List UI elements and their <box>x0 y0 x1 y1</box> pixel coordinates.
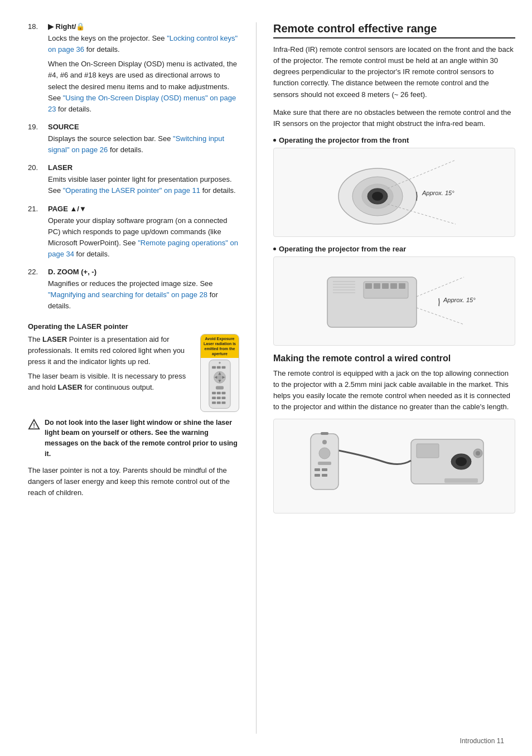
svg-rect-14 <box>221 392 225 394</box>
svg-rect-40 <box>382 283 389 289</box>
bullet-front-text: Operating the projector from the front <box>279 136 409 144</box>
svg-text:!: ! <box>33 421 35 428</box>
front-projector-svg: Approx. 15° <box>305 152 483 232</box>
svg-rect-57 <box>322 474 327 477</box>
svg-text:Approx. 15°: Approx. 15° <box>422 190 454 196</box>
wired-svg <box>283 423 506 509</box>
svg-point-52 <box>319 448 330 459</box>
svg-point-49 <box>456 457 467 466</box>
warning-text: Do not look into the laser light window … <box>45 418 239 459</box>
svg-rect-18 <box>212 401 216 404</box>
laser-text: The LASER Pointer is a presentation aid … <box>28 334 195 397</box>
item-22-header: 22. D. ZOOM (+, -) <box>28 268 239 276</box>
item-22-p1: Magnifies or reduces the projected image… <box>48 278 239 312</box>
warning-banner-line2: Laser radiation is <box>202 341 237 346</box>
warning-box: ! Do not look into the laser light windo… <box>28 418 239 459</box>
svg-rect-55 <box>322 468 327 471</box>
svg-rect-56 <box>315 474 320 477</box>
svg-rect-42 <box>399 283 405 289</box>
svg-rect-3 <box>217 366 221 369</box>
laser-p1: The LASER Pointer is a presentation aid … <box>28 334 195 367</box>
warning-banner: Avoid Exposure Laser radiation is emitte… <box>201 335 239 358</box>
svg-rect-17 <box>221 396 225 399</box>
rear-projector-svg: Approx. 15° <box>305 260 483 341</box>
item-22-body: Magnifies or reduces the projected image… <box>28 278 239 312</box>
projector-rear-diagram: Approx. 15° <box>273 256 515 346</box>
warning-title: Do not look into the laser light window … <box>45 419 238 458</box>
link-locking[interactable]: "Locking control keys" on page 36 <box>48 34 238 54</box>
warning-banner-line1: Avoid Exposure <box>202 336 237 341</box>
item-19-p1: Displays the source selection bar. See "… <box>48 133 239 156</box>
svg-line-44 <box>417 308 464 324</box>
item-18-body: Locks the keys on the projector. See "Lo… <box>28 33 239 115</box>
bullet-front-label: Operating the projector from the front <box>273 136 515 144</box>
item-18-title: ▶ Right/🔒 <box>48 22 85 31</box>
laser-section: Operating the LASER pointer The LASER Po… <box>28 322 239 498</box>
svg-point-1 <box>219 362 220 364</box>
page-content: 18. ▶ Right/🔒 Locks the keys on the proj… <box>0 0 532 756</box>
svg-line-43 <box>417 277 464 297</box>
right-section-title: Remote control effective range <box>273 22 515 38</box>
item-21-title: PAGE ▲/▼ <box>48 205 86 213</box>
svg-rect-38 <box>365 283 372 289</box>
making-section: Making the remote control a wired contro… <box>273 353 515 513</box>
svg-rect-19 <box>217 401 221 404</box>
bullet-rear-label: Operating the projector from the rear <box>273 245 515 253</box>
svg-rect-53 <box>318 462 331 465</box>
svg-rect-11 <box>216 386 224 389</box>
laser-note: The laser pointer is not a toy. Parents … <box>28 465 239 498</box>
item-22-num: 22. <box>28 268 48 276</box>
item-19-header: 19. SOURCE <box>28 123 239 131</box>
bullet-rear-section: Operating the projector from the rear <box>273 245 515 346</box>
item-20-body: Emits visible laser pointer light for pr… <box>28 174 239 196</box>
bullet-dot-front <box>273 139 276 142</box>
page-footer: Introduction 11 <box>460 737 504 745</box>
item-19-num: 19. <box>28 123 48 131</box>
remote-image: Avoid Exposure Laser radiation is emitte… <box>200 334 239 412</box>
item-19-body: Displays the source selection bar. See "… <box>28 133 239 156</box>
item-18-p2: When the On-Screen Display (OSD) menu is… <box>48 59 239 115</box>
svg-rect-2 <box>212 366 216 369</box>
making-title: Making the remote control a wired contro… <box>273 353 515 364</box>
wired-control-diagram <box>273 419 515 513</box>
item-20-header: 20. LASER <box>28 163 239 172</box>
svg-rect-54 <box>315 468 320 471</box>
left-column: 18. ▶ Right/🔒 Locks the keys on the proj… <box>0 22 257 734</box>
svg-point-60 <box>476 451 480 455</box>
warning-banner-line3: emitted from the aperture <box>202 346 237 356</box>
laser-p2: The laser beam is visible. It is necessa… <box>28 371 195 393</box>
laser-section-title: Operating the LASER pointer <box>28 322 239 331</box>
svg-rect-12 <box>212 392 216 394</box>
svg-rect-4 <box>221 366 225 369</box>
projector-front-diagram: Approx. 15° <box>273 148 515 237</box>
item-21-header: 21. PAGE ▲/▼ <box>28 205 239 213</box>
link-magnify[interactable]: "Magnifying and searching for details" o… <box>48 290 207 299</box>
svg-rect-39 <box>374 283 380 289</box>
item-20-p1: Emits visible laser pointer light for pr… <box>48 174 239 196</box>
item-18-num: 18. <box>28 22 48 31</box>
item-21: 21. PAGE ▲/▼ Operate your display softwa… <box>28 205 239 260</box>
item-18-header: 18. ▶ Right/🔒 <box>28 22 239 31</box>
svg-rect-61 <box>444 478 478 483</box>
item-22-title: D. ZOOM (+, -) <box>48 268 96 276</box>
bullet-rear-text: Operating the projector from the rear <box>279 245 406 253</box>
item-20-num: 20. <box>28 163 48 172</box>
right-intro: Infra-Red (IR) remote control sensors ar… <box>273 44 515 100</box>
bullet-dot-rear <box>273 248 276 250</box>
item-19: 19. SOURCE Displays the source selection… <box>28 123 239 156</box>
right-column: Remote control effective range Infra-Red… <box>257 22 532 734</box>
svg-text:Approx. 15°: Approx. 15° <box>443 297 476 303</box>
svg-rect-20 <box>221 401 225 404</box>
item-19-title: SOURCE <box>48 123 79 131</box>
svg-rect-47 <box>417 444 439 458</box>
link-switching[interactable]: "Switching input signal" on page 26 <box>48 134 224 154</box>
svg-rect-58 <box>321 432 328 435</box>
link-paging[interactable]: "Remote paging operations" on page 34 <box>48 239 238 258</box>
svg-rect-15 <box>212 396 216 399</box>
item-21-p1: Operate your display software program (o… <box>48 215 239 260</box>
remote-img-inner: Avoid Exposure Laser radiation is emitte… <box>200 334 239 412</box>
svg-rect-16 <box>217 396 221 399</box>
link-osd[interactable]: "Using the On-Screen Display (OSD) menus… <box>48 94 236 113</box>
page-wrapper: 18. ▶ Right/🔒 Locks the keys on the proj… <box>0 0 532 756</box>
link-laser[interactable]: "Operating the LASER pointer" on page 11 <box>63 186 200 195</box>
